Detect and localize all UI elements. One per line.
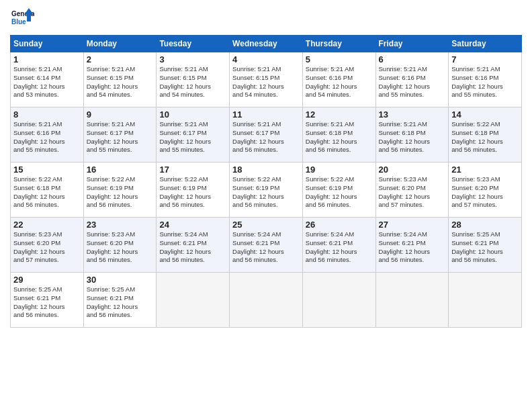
calendar-cell: 29Sunrise: 5:25 AMSunset: 6:21 PMDayligh… [11,273,84,328]
day-info: Sunrise: 5:23 AMSunset: 6:20 PMDaylight:… [13,230,81,265]
calendar-cell: 19Sunrise: 5:22 AMSunset: 6:19 PMDayligh… [302,163,375,218]
day-info: Sunrise: 5:22 AMSunset: 6:19 PMDaylight:… [159,175,226,210]
day-info: Sunrise: 5:21 AMSunset: 6:15 PMDaylight:… [232,65,300,99]
day-info: Sunrise: 5:23 AMSunset: 6:20 PMDaylight:… [451,175,519,210]
day-info: Sunrise: 5:21 AMSunset: 6:15 PMDaylight:… [159,65,226,99]
day-number: 17 [159,165,226,175]
day-info: Sunrise: 5:22 AMSunset: 6:19 PMDaylight:… [232,175,300,210]
svg-text:Blue: Blue [11,18,26,26]
day-number: 22 [13,220,81,230]
day-info: Sunrise: 5:21 AMSunset: 6:16 PMDaylight:… [451,65,519,99]
day-number: 10 [159,109,226,120]
day-number: 5 [306,54,373,64]
weekday-monday: Monday [83,36,157,52]
calendar-cell: 16Sunrise: 5:22 AMSunset: 6:19 PMDayligh… [83,163,157,218]
day-info: Sunrise: 5:21 AMSunset: 6:18 PMDaylight:… [379,120,446,154]
day-number: 28 [451,220,519,230]
day-number: 7 [451,54,519,64]
day-info: Sunrise: 5:21 AMSunset: 6:17 PMDaylight:… [159,120,226,154]
calendar-cell: 8Sunrise: 5:21 AMSunset: 6:16 PMDaylight… [11,107,84,163]
weekday-thursday: Thursday [302,36,375,52]
day-number: 30 [87,275,154,285]
day-info: Sunrise: 5:25 AMSunset: 6:21 PMDaylight:… [87,285,154,320]
calendar-cell: 21Sunrise: 5:23 AMSunset: 6:20 PMDayligh… [449,163,522,218]
weekday-tuesday: Tuesday [157,36,230,52]
calendar-cell: 26Sunrise: 5:24 AMSunset: 6:21 PMDayligh… [302,218,375,273]
day-number: 18 [232,165,300,175]
day-number: 2 [87,54,154,64]
day-info: Sunrise: 5:24 AMSunset: 6:21 PMDaylight:… [379,230,446,265]
day-info: Sunrise: 5:22 AMSunset: 6:18 PMDaylight:… [13,175,81,210]
day-info: Sunrise: 5:21 AMSunset: 6:16 PMDaylight:… [306,65,373,99]
day-info: Sunrise: 5:25 AMSunset: 6:21 PMDaylight:… [13,285,81,320]
weekday-sunday: Sunday [11,36,84,52]
day-number: 4 [232,54,300,64]
day-number: 14 [451,109,519,120]
calendar-cell: 6Sunrise: 5:21 AMSunset: 6:16 PMDaylight… [375,52,449,107]
day-number: 25 [232,220,300,230]
day-info: Sunrise: 5:21 AMSunset: 6:18 PMDaylight:… [306,120,373,154]
calendar-cell: 4Sunrise: 5:21 AMSunset: 6:15 PMDaylight… [230,52,303,107]
day-number: 11 [232,109,300,120]
calendar-cell [157,273,230,328]
day-number: 12 [306,109,373,120]
day-number: 29 [13,275,81,285]
week-row-1: 8Sunrise: 5:21 AMSunset: 6:16 PMDaylight… [11,107,522,163]
calendar-cell: 15Sunrise: 5:22 AMSunset: 6:18 PMDayligh… [11,163,84,218]
calendar-cell: 22Sunrise: 5:23 AMSunset: 6:20 PMDayligh… [11,218,84,273]
calendar-cell: 25Sunrise: 5:24 AMSunset: 6:21 PMDayligh… [230,218,303,273]
week-row-3: 22Sunrise: 5:23 AMSunset: 6:20 PMDayligh… [11,218,522,273]
day-number: 16 [87,165,154,175]
calendar-cell: 2Sunrise: 5:21 AMSunset: 6:15 PMDaylight… [83,52,157,107]
day-number: 13 [379,109,446,120]
day-number: 19 [306,165,373,175]
day-number: 20 [379,165,446,175]
calendar-cell: 20Sunrise: 5:23 AMSunset: 6:20 PMDayligh… [375,163,449,218]
calendar-cell: 24Sunrise: 5:24 AMSunset: 6:21 PMDayligh… [157,218,230,273]
day-info: Sunrise: 5:21 AMSunset: 6:15 PMDaylight:… [87,65,154,99]
day-number: 3 [159,54,226,64]
week-row-2: 15Sunrise: 5:22 AMSunset: 6:18 PMDayligh… [11,163,522,218]
calendar-cell: 5Sunrise: 5:21 AMSunset: 6:16 PMDaylight… [302,52,375,107]
day-info: Sunrise: 5:22 AMSunset: 6:18 PMDaylight:… [451,120,519,154]
calendar-cell [230,273,303,328]
week-row-0: 1Sunrise: 5:21 AMSunset: 6:14 PMDaylight… [11,52,522,107]
logo: General Blue [10,7,34,31]
day-info: Sunrise: 5:24 AMSunset: 6:21 PMDaylight:… [159,230,226,265]
calendar-cell [302,273,375,328]
day-number: 1 [13,54,81,64]
calendar-cell: 28Sunrise: 5:25 AMSunset: 6:21 PMDayligh… [449,218,522,273]
calendar-cell: 3Sunrise: 5:21 AMSunset: 6:15 PMDaylight… [157,52,230,107]
calendar-page: General Blue SundayMondayTuesdayWednesda… [0,0,532,411]
calendar-cell: 18Sunrise: 5:22 AMSunset: 6:19 PMDayligh… [230,163,303,218]
calendar-cell: 23Sunrise: 5:23 AMSunset: 6:20 PMDayligh… [83,218,157,273]
day-info: Sunrise: 5:21 AMSunset: 6:16 PMDaylight:… [379,65,446,99]
week-row-4: 29Sunrise: 5:25 AMSunset: 6:21 PMDayligh… [11,273,522,328]
calendar-table: SundayMondayTuesdayWednesdayThursdayFrid… [10,35,522,328]
day-number: 24 [159,220,226,230]
day-info: Sunrise: 5:22 AMSunset: 6:19 PMDaylight:… [87,175,154,210]
calendar-cell: 13Sunrise: 5:21 AMSunset: 6:18 PMDayligh… [375,107,449,163]
calendar-cell: 30Sunrise: 5:25 AMSunset: 6:21 PMDayligh… [83,273,157,328]
day-number: 8 [13,109,81,120]
day-info: Sunrise: 5:24 AMSunset: 6:21 PMDaylight:… [232,230,300,265]
logo-svg: General Blue [10,7,34,31]
day-number: 23 [87,220,154,230]
day-info: Sunrise: 5:21 AMSunset: 6:14 PMDaylight:… [13,65,81,99]
day-number: 6 [379,54,446,64]
day-info: Sunrise: 5:23 AMSunset: 6:20 PMDaylight:… [379,175,446,210]
weekday-header-row: SundayMondayTuesdayWednesdayThursdayFrid… [11,36,522,52]
day-info: Sunrise: 5:21 AMSunset: 6:17 PMDaylight:… [232,120,300,154]
day-info: Sunrise: 5:21 AMSunset: 6:17 PMDaylight:… [87,120,154,154]
calendar-cell: 14Sunrise: 5:22 AMSunset: 6:18 PMDayligh… [449,107,522,163]
calendar-cell: 17Sunrise: 5:22 AMSunset: 6:19 PMDayligh… [157,163,230,218]
weekday-saturday: Saturday [449,36,522,52]
day-number: 27 [379,220,446,230]
calendar-cell: 7Sunrise: 5:21 AMSunset: 6:16 PMDaylight… [449,52,522,107]
calendar-cell: 1Sunrise: 5:21 AMSunset: 6:14 PMDaylight… [11,52,84,107]
calendar-cell: 11Sunrise: 5:21 AMSunset: 6:17 PMDayligh… [230,107,303,163]
calendar-cell: 10Sunrise: 5:21 AMSunset: 6:17 PMDayligh… [157,107,230,163]
day-number: 26 [306,220,373,230]
day-number: 9 [87,109,154,120]
calendar-cell [449,273,522,328]
